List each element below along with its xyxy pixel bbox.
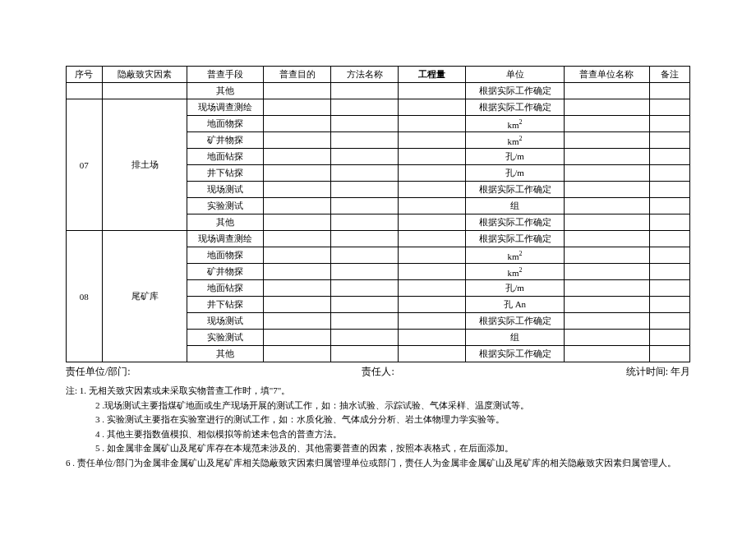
note-1: 注: 1. 无相关致灾因素或未采取实物普查工作时，填"7"。	[66, 384, 690, 399]
cell-factor: 排土场	[102, 99, 187, 231]
cell-method: 实验测试	[187, 198, 264, 214]
cell-method: 地面物探	[187, 247, 264, 264]
survey-table: 序号 隐蔽致灾因素 普查手段 普查目的 方法名称 工程量 单位 普查单位名称 备…	[66, 66, 690, 362]
cell-unit: 根据实际工作确定	[465, 313, 564, 330]
table-row: 07 排土场 现场调查测绘 根据实际工作确定	[67, 99, 690, 116]
cell-unit: km2	[465, 132, 564, 149]
note-4: 4 . 其他主要指数值模拟、相似模拟等前述未包含的普查方法。	[95, 427, 690, 442]
table-row: 08 尾矿库 现场调查测绘 根据实际工作确定	[67, 231, 690, 247]
cell-unit: 孔 An	[465, 297, 564, 313]
cell-method: 矿井物探	[187, 264, 264, 280]
cell-unit: 组	[465, 198, 564, 214]
cell-unit: 根据实际工作确定	[465, 346, 564, 362]
th-factor: 隐蔽致灾因素	[102, 67, 187, 83]
cell-method: 其他	[187, 214, 264, 231]
cell-method: 地面钻探	[187, 149, 264, 165]
cell-method: 地面钻探	[187, 280, 264, 297]
cell-method: 现场测试	[187, 182, 264, 198]
cell-seq: 08	[67, 231, 103, 362]
th-gcl: 工程量	[399, 67, 466, 83]
footer-right: 统计时间: 年月	[626, 365, 690, 379]
cell-factor: 尾矿库	[102, 231, 187, 362]
footer-mid: 责任人:	[362, 365, 394, 379]
cell-unit: 组	[465, 330, 564, 346]
cell-method: 地面物探	[187, 116, 264, 132]
cell-unit: km2	[465, 116, 564, 132]
cell-method: 现场调查测绘	[187, 231, 264, 247]
cell-unit: km2	[465, 247, 564, 264]
cell-method: 其他	[187, 83, 264, 99]
th-methodname: 方法名称	[331, 67, 399, 83]
cell-method: 其他	[187, 346, 264, 362]
th-unit: 单位	[465, 67, 564, 83]
cell-seq	[67, 83, 103, 99]
footer-left: 责任单位/部门:	[66, 365, 131, 379]
cell-unit: 根据实际工作确定	[465, 83, 564, 99]
cell-method: 井下钻探	[187, 165, 264, 182]
cell-method: 实验测试	[187, 330, 264, 346]
cell-method: 现场调查测绘	[187, 99, 264, 116]
cell-unit: 孔/m	[465, 165, 564, 182]
cell-unit: 根据实际工作确定	[465, 214, 564, 231]
cell-method: 井下钻探	[187, 297, 264, 313]
th-method: 普查手段	[187, 67, 264, 83]
note-3: 3 . 实验测试主要指在实验室进行的测试工作，如：水质化验、气体成分分析、岩土体…	[95, 413, 690, 427]
table-row: 其他 根据实际工作确定	[67, 83, 690, 99]
notes-block: 注: 1. 无相关致灾因素或未采取实物普查工作时，填"7"。 2 .现场测试主要…	[66, 384, 690, 471]
th-sname: 普查单位名称	[565, 67, 650, 83]
th-note: 备注	[649, 67, 689, 83]
cell-unit: 根据实际工作确定	[465, 231, 564, 247]
cell-factor	[102, 83, 187, 99]
note-2: 2 .现场测试主要指煤矿地面或生产现场开展的测试工作，如：抽水试验、示踪试验、气…	[95, 399, 690, 413]
note-5: 5 . 如金属非金属矿山及尾矿库存在本规范未涉及的、其他需要普查的因素，按照本表…	[95, 441, 690, 456]
note-6: 6 . 责任单位/部门为金属非金属矿山及尾矿库相关隐蔽致灾因素归属管理单位或部门…	[66, 456, 690, 471]
cell-unit: 孔/m	[465, 280, 564, 297]
cell-unit: km2	[465, 264, 564, 280]
table-header: 序号 隐蔽致灾因素 普查手段 普查目的 方法名称 工程量 单位 普查单位名称 备…	[67, 67, 690, 83]
cell-unit: 孔/m	[465, 149, 564, 165]
cell-unit: 根据实际工作确定	[465, 99, 564, 116]
th-purpose: 普查目的	[264, 67, 331, 83]
cell-seq: 07	[67, 99, 103, 231]
cell-method: 矿井物探	[187, 132, 264, 149]
cell-unit: 根据实际工作确定	[465, 182, 564, 198]
cell-method: 现场测试	[187, 313, 264, 330]
footer-signatures: 责任单位/部门: 责任人: 统计时间: 年月	[66, 365, 690, 379]
th-seq: 序号	[67, 67, 103, 83]
